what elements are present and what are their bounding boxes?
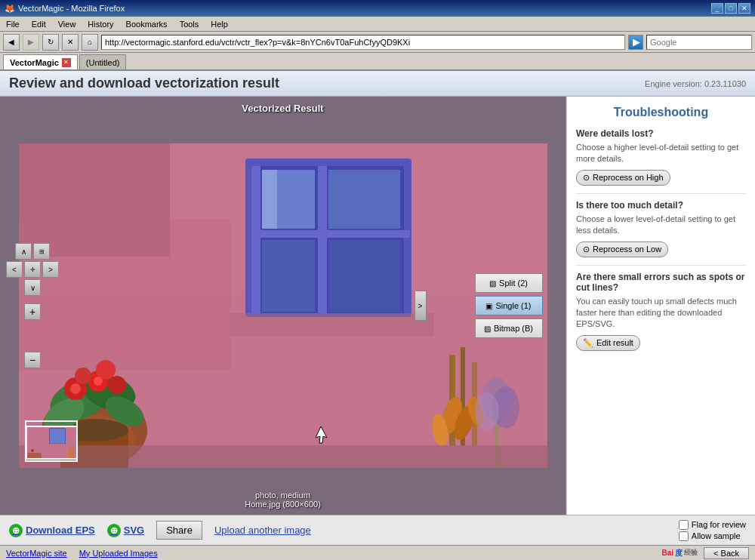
tab-close-vectormagic[interactable]: ✕ bbox=[62, 58, 71, 67]
search-input[interactable] bbox=[646, 35, 752, 50]
zoom-in-button[interactable]: + bbox=[24, 303, 41, 320]
section-details-lost: Were details lost? Choose a higher level… bbox=[576, 128, 746, 186]
scroll-right-button[interactable]: > bbox=[414, 291, 427, 321]
home-button[interactable]: ⌂ bbox=[82, 34, 98, 51]
menu-bookmarks[interactable]: Bookmarks bbox=[123, 19, 171, 29]
image-panel-title: Vectorized Result bbox=[242, 103, 323, 114]
nav-left-button[interactable]: < bbox=[6, 261, 23, 278]
menu-help[interactable]: Help bbox=[208, 19, 231, 29]
browser-titlebar: 🦊 VectorMagic - Mozilla Firefox _ □ ✕ bbox=[0, 0, 755, 17]
menu-bar: File Edit View History Bookmarks Tools H… bbox=[0, 17, 755, 32]
nav-row-middle: < ✛ > bbox=[6, 261, 59, 278]
small-errors-heading: Are there small errors such as spots or … bbox=[576, 272, 746, 293]
refresh-button[interactable]: ↻ bbox=[42, 34, 59, 51]
go-button[interactable]: ▶ bbox=[628, 35, 643, 50]
vectorized-image: > ▧ Split (2) ▣ Single (1) ▨ Bitmap (B) bbox=[19, 143, 547, 468]
svg-point-47 bbox=[31, 449, 34, 452]
small-errors-text: You can easily touch up small defects mu… bbox=[576, 296, 746, 331]
menu-history[interactable]: History bbox=[85, 19, 116, 29]
back-nav-button[interactable]: ◀ bbox=[3, 34, 20, 51]
details-lost-heading: Were details lost? bbox=[576, 128, 746, 139]
svg-rect-11 bbox=[328, 240, 400, 312]
menu-tools[interactable]: Tools bbox=[177, 19, 202, 29]
split-mode-button[interactable]: ▧ Split (2) bbox=[475, 273, 543, 293]
share-button[interactable]: Share bbox=[156, 521, 202, 540]
edit-result-label: Edit result bbox=[596, 338, 633, 347]
nav-row-bottom: ∨ bbox=[6, 279, 59, 296]
review-checkboxes: Flag for review Allow sample bbox=[679, 520, 746, 541]
flag-review-checkbox[interactable] bbox=[679, 520, 689, 530]
reprocess-low-button[interactable]: ⊙ Reprocess on Low bbox=[576, 242, 668, 257]
status-right: Bai度 经验 < Back bbox=[662, 547, 750, 559]
nav-right-button[interactable]: > bbox=[42, 261, 59, 278]
thumbnail-navigator[interactable] bbox=[25, 420, 78, 462]
nav-up-button[interactable]: ∧ bbox=[15, 243, 32, 260]
nav-center-button[interactable]: ✛ bbox=[24, 261, 41, 278]
flag-review-label: Flag for review bbox=[692, 520, 746, 529]
close-button[interactable]: ✕ bbox=[738, 3, 750, 14]
edit-icon: ✏️ bbox=[583, 338, 593, 348]
image-panel: Vectorized Result ∧ ⊞ < ✛ > ∨ + bbox=[0, 97, 566, 515]
tab-label-untitled: (Untitled) bbox=[86, 58, 120, 67]
reprocess-low-icon: ⊙ bbox=[583, 245, 590, 254]
split-icon: ▧ bbox=[489, 279, 496, 288]
download-svg-label: SVG bbox=[124, 525, 144, 536]
reprocess-low-label: Reprocess on Low bbox=[593, 245, 661, 254]
window-controls[interactable]: _ □ ✕ bbox=[711, 3, 750, 14]
download-eps-button[interactable]: ⊕ Download EPS bbox=[9, 524, 95, 537]
minimize-button[interactable]: _ bbox=[711, 3, 723, 14]
maximize-button[interactable]: □ bbox=[725, 3, 737, 14]
upload-another-link[interactable]: Upload another image bbox=[214, 525, 311, 536]
browser-toolbar: ◀ ▶ ↻ ✕ ⌂ ▶ bbox=[0, 32, 755, 53]
status-bar: VectorMagic site My Uploaded Images Bai度… bbox=[0, 545, 755, 560]
svg-point-29 bbox=[94, 377, 103, 386]
tab-untitled[interactable]: (Untitled) bbox=[79, 54, 127, 69]
engine-version: Engine version: 0.23.11030 bbox=[645, 79, 746, 88]
bitmap-label: Bitmap (B) bbox=[494, 324, 533, 333]
image-info: photo, medium Home.jpg (800×600) bbox=[245, 491, 321, 509]
app-main: Vectorized Result ∧ ⊞ < ✛ > ∨ + bbox=[0, 97, 755, 515]
single-mode-button[interactable]: ▣ Single (1) bbox=[475, 296, 543, 315]
svg-rect-7 bbox=[251, 230, 410, 238]
download-svg-icon: ⊕ bbox=[107, 524, 121, 537]
menu-edit[interactable]: Edit bbox=[29, 19, 49, 29]
app-container: Review and download vectorization result… bbox=[0, 71, 755, 545]
app-header: Review and download vectorization result… bbox=[0, 71, 755, 97]
nav-zoom-fit[interactable]: ⊞ bbox=[33, 243, 50, 260]
reprocess-high-button[interactable]: ⊙ Reprocess on High bbox=[576, 170, 670, 186]
titlebar-left: 🦊 VectorMagic - Mozilla Firefox bbox=[5, 4, 125, 14]
vectormagic-site-link[interactable]: VectorMagic site bbox=[6, 549, 67, 558]
edit-result-button[interactable]: ✏️ Edit result bbox=[576, 335, 640, 351]
svg-point-28 bbox=[70, 383, 81, 394]
browser-tabs: VectorMagic ✕ (Untitled) bbox=[0, 53, 755, 71]
stop-button[interactable]: ✕ bbox=[62, 34, 79, 51]
zoom-out-button[interactable]: − bbox=[24, 352, 41, 368]
flag-review-row: Flag for review bbox=[679, 520, 746, 530]
tab-vectormagic[interactable]: VectorMagic ✕ bbox=[3, 54, 78, 69]
divider-1 bbox=[576, 193, 746, 194]
baidu-text: Bai bbox=[662, 549, 674, 557]
tab-label-vectormagic: VectorMagic bbox=[10, 58, 59, 67]
too-much-detail-heading: Is there too much detail? bbox=[576, 200, 746, 211]
svg-rect-46 bbox=[26, 453, 42, 459]
menu-view[interactable]: View bbox=[55, 19, 79, 29]
reprocess-high-icon: ⊙ bbox=[583, 173, 590, 183]
svg-rect-5 bbox=[251, 166, 260, 313]
bitmap-mode-button[interactable]: ▨ Bitmap (B) bbox=[475, 318, 543, 338]
menu-file[interactable]: File bbox=[3, 19, 23, 29]
download-svg-button[interactable]: ⊕ SVG bbox=[107, 524, 144, 537]
allow-sample-checkbox[interactable] bbox=[679, 531, 689, 541]
troubleshooting-panel: Troubleshooting Were details lost? Choos… bbox=[566, 97, 755, 515]
too-much-detail-text: Choose a lower level-of-detail setting t… bbox=[576, 214, 746, 237]
nav-down-button[interactable]: ∨ bbox=[24, 279, 41, 296]
page-title: Review and download vectorization result bbox=[9, 75, 279, 91]
my-uploaded-images-link[interactable]: My Uploaded Images bbox=[79, 549, 158, 558]
allow-sample-label: Allow sample bbox=[692, 531, 741, 540]
bitmap-icon: ▨ bbox=[484, 325, 491, 333]
section-small-errors: Are there small errors such as spots or … bbox=[576, 272, 746, 351]
back-button[interactable]: < Back bbox=[704, 547, 749, 559]
bottom-toolbar: ⊕ Download EPS ⊕ SVG Share Upload anothe… bbox=[0, 515, 755, 545]
forward-nav-button[interactable]: ▶ bbox=[23, 34, 39, 51]
address-bar[interactable] bbox=[101, 35, 625, 50]
image-info-line2: Home.jpg (800×600) bbox=[245, 500, 321, 509]
